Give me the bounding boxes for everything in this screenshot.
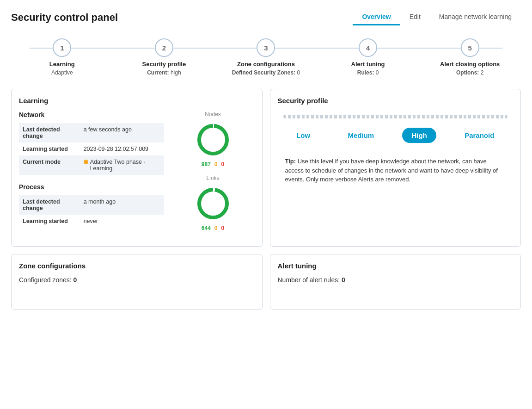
step-3[interactable]: 3 Zone configurations Defined Security Z… xyxy=(215,38,317,76)
zone-configurations-panel: Zone configurations Configured zones: 0 xyxy=(11,254,263,310)
alert-rules-value: 0 xyxy=(342,276,345,284)
configured-zones-value: 0 xyxy=(73,276,77,284)
row-label: Learning started xyxy=(19,215,80,228)
tip-box: Tip: Use this level if you have deep kno… xyxy=(278,151,514,190)
nodes-red: 0 xyxy=(221,161,225,167)
step-subtitle-3: Defined Security Zones: 0 xyxy=(232,69,300,76)
svg-point-1 xyxy=(199,126,227,154)
bottom-panels-row: Zone configurations Configured zones: 0 … xyxy=(11,254,521,310)
level-low-button[interactable]: Low xyxy=(287,128,319,143)
row-label: Last detected change xyxy=(19,123,80,143)
table-row: Learning started never xyxy=(19,215,164,228)
mode-text: Adaptive Two phase · Learning xyxy=(90,159,160,172)
stepper: 1 Learning Adaptive 2 Security profile C… xyxy=(11,38,521,76)
step-4[interactable]: 4 Alert tuning Rules: 0 xyxy=(317,38,419,76)
row-value: a few seconds ago xyxy=(80,123,164,143)
step-circle-1: 1 xyxy=(53,38,71,57)
step-1[interactable]: 1 Learning Adaptive xyxy=(11,38,113,76)
row-value: 2023-09-28 12:02:57.009 xyxy=(80,143,164,155)
level-high-button[interactable]: High xyxy=(402,128,436,143)
row-label: Learning started xyxy=(19,143,80,155)
links-green: 644 xyxy=(202,225,211,231)
alert-tuning-title: Alert tuning xyxy=(278,262,514,270)
alert-rules-text: Number of alert rules: 0 xyxy=(278,276,514,284)
process-section-label: Process xyxy=(19,183,164,191)
tip-content: Use this level if you have deep knowledg… xyxy=(285,158,498,183)
step-subtitle-4: Rules: 0 xyxy=(357,69,379,76)
security-levels: Low Medium High Paranoid xyxy=(278,128,514,143)
learning-panel: Learning Network Last detected change a … xyxy=(11,89,263,247)
step-circle-4: 4 xyxy=(359,38,377,57)
links-orange: 0 xyxy=(214,225,218,231)
alert-tuning-panel: Alert tuning Number of alert rules: 0 xyxy=(270,254,521,310)
network-section-label: Network xyxy=(19,111,164,118)
table-row: Last detected change a month ago xyxy=(19,195,164,215)
step-circle-3: 3 xyxy=(257,38,275,57)
nodes-label: Nodes xyxy=(205,111,221,118)
links-donut: Links 644 0 0 xyxy=(195,175,232,231)
configured-zones-label: Configured zones: xyxy=(19,276,72,284)
step-title-2: Security profile xyxy=(142,61,186,68)
step-2[interactable]: 2 Security profile Current: high xyxy=(113,38,215,76)
svg-point-4 xyxy=(199,190,227,217)
row-value: never xyxy=(80,215,164,228)
tip-label: Tip: xyxy=(285,158,296,165)
table-row: Learning started 2023-09-28 12:02:57.009 xyxy=(19,143,164,155)
learning-panel-title: Learning xyxy=(19,97,255,105)
links-red: 0 xyxy=(221,225,225,231)
tab-manage-network-learning[interactable]: Manage network learning xyxy=(430,9,521,25)
row-value: a month ago xyxy=(80,195,164,215)
alert-rules-label: Number of alert rules: xyxy=(278,276,340,284)
row-label: Current mode xyxy=(19,155,80,175)
tabs-nav: Overview Edit Manage network learning xyxy=(353,9,521,25)
step-subtitle-2: Current: high xyxy=(147,69,181,76)
row-value: Adaptive Two phase · Learning xyxy=(80,155,164,175)
step-subtitle-1: Adaptive xyxy=(51,69,73,76)
step-title-4: Alert tuning xyxy=(351,61,385,68)
configured-zones-text: Configured zones: 0 xyxy=(19,276,255,284)
tab-edit[interactable]: Edit xyxy=(400,9,430,25)
tip-text: Tip: Use this level if you have deep kno… xyxy=(285,157,506,184)
zone-configurations-title: Zone configurations xyxy=(19,262,255,270)
status-dot xyxy=(84,160,88,164)
tab-overview[interactable]: Overview xyxy=(353,9,400,25)
security-profile-panel: Security profile Low Medium High Paranoi… xyxy=(270,89,521,247)
step-circle-5: 5 xyxy=(461,38,479,57)
main-panels-row: Learning Network Last detected change a … xyxy=(11,89,521,247)
network-info-table: Last detected change a few seconds agoLe… xyxy=(19,123,164,175)
nodes-green: 987 xyxy=(202,161,211,167)
step-5[interactable]: 5 Alert closing options Options: 2 xyxy=(419,38,521,76)
level-paranoid-button[interactable]: Paranoid xyxy=(455,128,503,143)
step-subtitle-5: Options: 2 xyxy=(456,69,483,76)
step-title-5: Alert closing options xyxy=(440,61,500,68)
security-level-slider xyxy=(283,115,508,118)
step-circle-2: 2 xyxy=(155,38,173,57)
page-title: Security control panel xyxy=(11,12,118,24)
row-label: Last detected change xyxy=(19,195,80,215)
level-medium-button[interactable]: Medium xyxy=(338,128,383,143)
table-row: Last detected change a few seconds ago xyxy=(19,123,164,143)
step-title-1: Learning xyxy=(49,61,75,68)
security-profile-title: Security profile xyxy=(278,97,514,105)
step-title-3: Zone configurations xyxy=(237,61,295,68)
nodes-orange: 0 xyxy=(214,161,218,167)
links-label: Links xyxy=(206,175,219,181)
table-row: Current mode Adaptive Two phase · Learni… xyxy=(19,155,164,175)
nodes-donut: Nodes 987 0 0 xyxy=(195,111,232,167)
process-info-table: Last detected change a month agoLearning… xyxy=(19,195,164,228)
